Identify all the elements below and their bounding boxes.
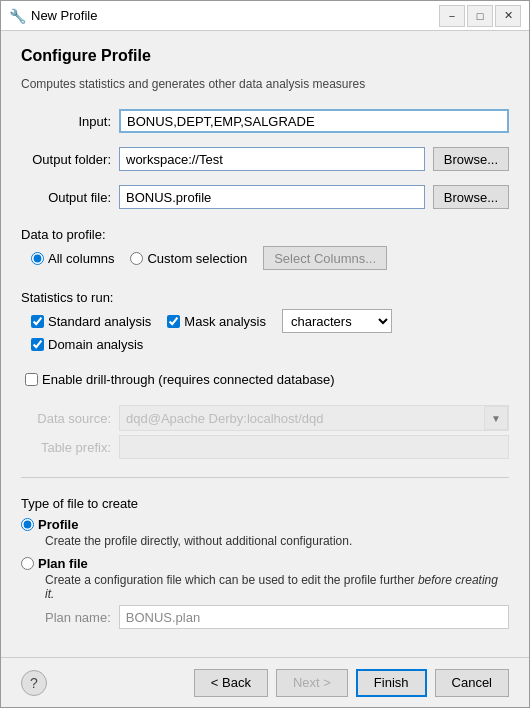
statistics-section: Statistics to run: Standard analysis Mas… [21,286,509,356]
data-source-dropdown: ▼ [484,406,508,430]
mask-type-select[interactable]: characters digits alphanumeric [282,309,392,333]
input-label: Input: [21,114,111,129]
drill-through-row: Enable drill-through (requires connected… [21,372,509,387]
plan-radio-row: Plan file [21,556,509,571]
plan-radio-item[interactable]: Plan file [21,556,88,571]
drill-through-item[interactable]: Enable drill-through (requires connected… [25,372,335,387]
statistics-label: Statistics to run: [21,290,509,305]
input-field[interactable] [119,109,509,133]
minimize-button[interactable]: − [439,5,465,27]
custom-selection-label: Custom selection [147,251,247,266]
data-to-profile-label: Data to profile: [21,227,509,242]
close-button[interactable]: ✕ [495,5,521,27]
output-file-row: Output file: Browse... [21,185,509,209]
finish-button[interactable]: Finish [356,669,427,697]
plan-name-label: Plan name: [45,610,111,625]
mask-analysis-item[interactable]: Mask analysis [167,314,266,329]
plan-name-row: Plan name: [21,605,509,629]
input-row: Input: [21,109,509,133]
output-folder-row: Output folder: Browse... [21,147,509,171]
window-title: New Profile [31,8,439,23]
profile-option: Profile Create the profile directly, wit… [21,517,509,548]
file-type-title: Type of file to create [21,496,509,511]
footer: ? < Back Next > Finish Cancel [1,657,529,707]
browse-folder-button[interactable]: Browse... [433,147,509,171]
plan-file-option: Plan file Create a configuration file wh… [21,556,509,629]
custom-selection-radio[interactable] [130,252,143,265]
table-prefix-field [119,435,509,459]
profile-description: Create the profile directly, without add… [21,534,509,548]
browse-file-button[interactable]: Browse... [433,185,509,209]
table-prefix-label: Table prefix: [21,440,111,455]
stats-row-1: Standard analysis Mask analysis characte… [21,309,509,333]
profile-radio-item[interactable]: Profile [21,517,78,532]
plan-desc-prefix: Create a configuration file which can be… [45,573,418,587]
plan-radio[interactable] [21,557,34,570]
table-prefix-row: Table prefix: [21,435,509,459]
page-title: Configure Profile [21,47,509,65]
domain-analysis-label: Domain analysis [48,337,143,352]
profile-radio[interactable] [21,518,34,531]
drill-through-label: Enable drill-through (requires connected… [42,372,335,387]
file-type-section: Type of file to create Profile Create th… [21,496,509,637]
mask-analysis-label: Mask analysis [184,314,266,329]
all-columns-radio[interactable] [31,252,44,265]
domain-analysis-item[interactable]: Domain analysis [31,337,143,352]
back-button[interactable]: < Back [194,669,268,697]
next-button[interactable]: Next > [276,669,348,697]
output-file-label: Output file: [21,190,111,205]
maximize-button[interactable]: □ [467,5,493,27]
footer-right: < Back Next > Finish Cancel [194,669,509,697]
help-button[interactable]: ? [21,670,47,696]
window-controls: − □ ✕ [439,5,521,27]
profile-radio-row: Profile [21,517,509,532]
data-source-field [120,406,484,430]
stats-row-2: Domain analysis [21,337,509,352]
page-subtitle: Computes statistics and generates other … [21,77,509,91]
cancel-button[interactable]: Cancel [435,669,509,697]
standard-analysis-item[interactable]: Standard analysis [31,314,151,329]
content-area: Configure Profile Computes statistics an… [1,31,529,657]
mask-analysis-checkbox[interactable] [167,315,180,328]
all-columns-label: All columns [48,251,114,266]
all-columns-radio-item[interactable]: All columns [31,251,114,266]
data-source-label: Data source: [21,411,111,426]
standard-analysis-label: Standard analysis [48,314,151,329]
output-folder-label: Output folder: [21,152,111,167]
footer-left: ? [21,670,47,696]
standard-analysis-checkbox[interactable] [31,315,44,328]
select-columns-button[interactable]: Select Columns... [263,246,387,270]
output-file-field[interactable] [119,185,425,209]
domain-analysis-checkbox[interactable] [31,338,44,351]
output-folder-field[interactable] [119,147,425,171]
plan-label: Plan file [38,556,88,571]
custom-selection-radio-item[interactable]: Custom selection [130,251,247,266]
drill-through-checkbox[interactable] [25,373,38,386]
profile-label: Profile [38,517,78,532]
data-to-profile-section: Data to profile: All columns Custom sele… [21,223,509,276]
plan-description: Create a configuration file which can be… [21,573,509,601]
divider [21,477,509,478]
plan-name-field [119,605,509,629]
data-source-section: Data source: ▼ Table prefix: [21,405,509,463]
window: 🔧 New Profile − □ ✕ Configure Profile Co… [0,0,530,708]
data-profile-radio-group: All columns Custom selection Select Colu… [21,246,509,270]
data-source-row: Data source: ▼ [21,405,509,431]
title-bar: 🔧 New Profile − □ ✕ [1,1,529,31]
app-icon: 🔧 [9,8,25,24]
